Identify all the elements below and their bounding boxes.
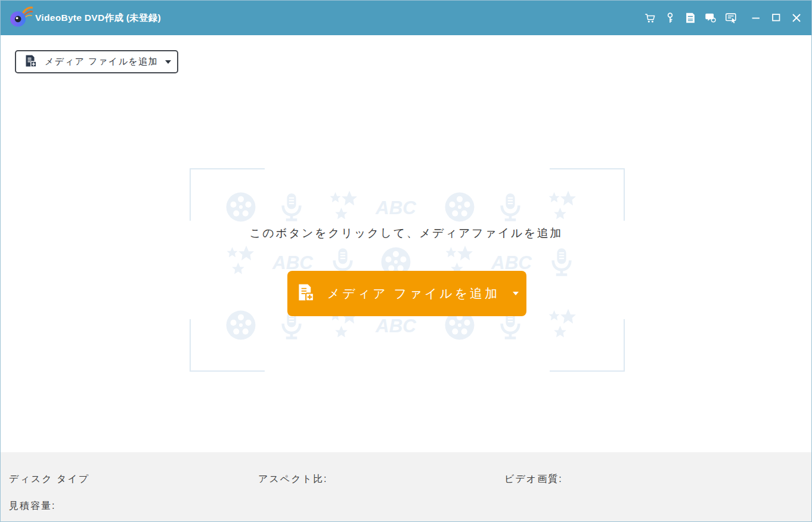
chevron-down-icon [165,60,171,64]
film-watermark-icon [224,190,258,224]
film-watermark-icon [442,190,477,224]
stars-watermark-icon [327,190,361,224]
mic-watermark-icon [494,190,526,224]
svg-text:ABC: ABC [491,252,532,273]
window-title: VideoByte DVD作成 (未登録) [35,1,161,35]
register-icon[interactable] [683,11,697,25]
stars-watermark-icon [546,308,580,342]
stars-watermark-icon [224,245,258,279]
add-media-toolbar-button[interactable]: メディア ファイルを追加 [15,50,178,73]
aspect-ratio-label: アスペクト比: [258,473,327,486]
disc-type-label: ディスク タイプ [9,473,89,486]
add-media-file-icon [295,282,315,305]
close-icon[interactable] [789,11,803,25]
add-media-primary-button[interactable]: メディア ファイルを追加 [287,271,526,316]
feedback-icon[interactable] [703,11,717,25]
add-media-file-icon [23,54,38,70]
titlebar-actions [643,1,803,35]
film-watermark-icon [224,308,258,342]
cart-icon[interactable] [643,11,656,25]
svg-text:ABC: ABC [375,316,416,336]
minimize-icon[interactable] [749,11,763,25]
svg-text:ABC: ABC [375,197,416,218]
add-media-toolbar-label: メディア ファイルを追加 [45,56,158,67]
chevron-down-icon [513,292,519,295]
empty-state-hint: このボタンをクリックして、メディアファイルを追加 [1,226,811,241]
mic-watermark-icon [275,190,308,224]
bottom-settings-bar: ディスク タイプ DVD-5 (4.7G) アスペクト比: 16:9 ビデオ画質… [1,452,811,522]
mic-watermark-icon [546,245,578,279]
session-menu-icon[interactable] [724,11,737,25]
video-quality-label: ビデオ画質: [504,473,563,486]
abc-watermark-icon: ABC [370,190,422,224]
svg-text:ABC: ABC [272,252,313,273]
maximize-icon[interactable] [769,11,783,25]
estimated-capacity-label: 見積容量: [9,500,55,512]
add-media-primary-label: メディア ファイルを追加 [327,285,500,302]
titlebar: VideoByte DVD作成 (未登録) [1,1,811,35]
app-window: VideoByte DVD作成 (未登録) メディア ファイルを追加 ABCAB… [0,0,812,522]
key-icon[interactable] [663,11,677,25]
stars-watermark-icon [546,190,580,224]
app-logo-icon [8,5,33,30]
